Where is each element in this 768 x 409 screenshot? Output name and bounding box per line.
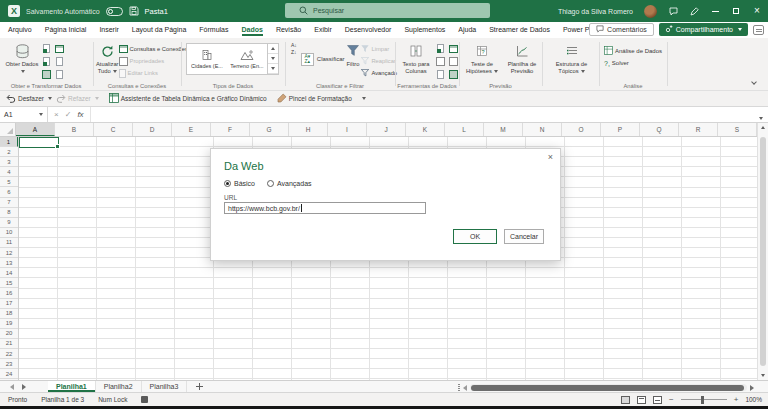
menu-tab-suplementos[interactable]: Suplementos [404, 24, 445, 36]
editing-mode-icon[interactable] [689, 6, 699, 16]
from-text-csv-icon[interactable] [43, 44, 50, 53]
accessibility-icon[interactable] [141, 396, 148, 403]
row-header-13[interactable]: 13 [0, 258, 18, 268]
row-header-9[interactable]: 9 [0, 218, 18, 228]
data-type-cities[interactable]: Cidades (E... [187, 44, 227, 74]
formula-input[interactable] [91, 107, 754, 122]
menu-tab-exibir[interactable]: Exibir [314, 24, 332, 36]
zoom-level[interactable]: 100% [745, 396, 762, 403]
undo-dropdown-icon[interactable] [48, 97, 52, 100]
row-header-8[interactable]: 8 [0, 208, 18, 218]
remove-duplicates-icon[interactable] [436, 57, 445, 66]
column-header-e[interactable]: E [172, 123, 211, 136]
manage-data-model-icon[interactable] [449, 70, 458, 79]
column-header-c[interactable]: C [94, 123, 133, 136]
sheet-tab-planilha2[interactable]: Planilha2 [96, 381, 142, 392]
horizontal-scrollbar-track[interactable] [470, 384, 747, 391]
column-header-i[interactable]: I [328, 123, 367, 136]
row-header-19[interactable]: 19 [0, 319, 18, 329]
column-header-h[interactable]: H [289, 123, 328, 136]
vertical-scrollbar-thumb[interactable] [760, 137, 766, 366]
close-icon[interactable]: × [752, 6, 762, 16]
page-break-view-icon[interactable] [653, 396, 662, 404]
row-header-23[interactable]: 23 [0, 359, 18, 369]
menu-tab-inserir[interactable]: Inserir [99, 24, 118, 36]
menu-tab-arquivo[interactable]: Arquivo [8, 24, 32, 36]
menu-tab-dados[interactable]: Dados [242, 24, 263, 36]
properties-button[interactable]: Propriedades [119, 55, 188, 67]
user-name[interactable]: Thiago da Silva Romero [558, 8, 633, 15]
column-header-f[interactable]: F [211, 123, 250, 136]
what-if-button[interactable]: ? Teste de Hipóteses [462, 41, 502, 81]
forecast-sheet-button[interactable]: Planilha de Previsão [502, 41, 542, 81]
from-picture-icon[interactable] [56, 70, 63, 79]
clear-filter-button[interactable]: Limpar [361, 43, 397, 55]
consolidate-icon[interactable] [449, 45, 458, 53]
row-header-1[interactable]: 1 [0, 137, 18, 147]
scroll-right-icon[interactable] [750, 385, 754, 391]
vertical-scrollbar[interactable] [757, 123, 768, 380]
minimize-icon[interactable] [710, 6, 720, 16]
horizontal-scrollbar[interactable] [458, 384, 754, 392]
sort-button[interactable]: A▾Z▴ Classificar [299, 41, 347, 77]
row-header-12[interactable]: 12 [0, 248, 18, 258]
prev-sheet-icon[interactable] [10, 384, 14, 390]
scroll-down-icon[interactable] [761, 374, 765, 377]
column-header-k[interactable]: K [406, 123, 445, 136]
advanced-radio[interactable]: Avançadas [267, 180, 312, 187]
zoom-out-icon[interactable]: − [669, 396, 674, 404]
ribbon-display-options-icon[interactable] [753, 25, 764, 35]
column-header-p[interactable]: P [601, 123, 640, 136]
row-header-3[interactable]: 3 [0, 157, 18, 167]
flash-fill-icon[interactable] [437, 44, 444, 53]
page-layout-view-icon[interactable] [637, 396, 646, 404]
basic-radio[interactable]: Básico [224, 180, 255, 187]
queries-connections-button[interactable]: Consultas e Conexões [119, 43, 188, 55]
row-header-17[interactable]: 17 [0, 299, 18, 309]
row-header-6[interactable]: 6 [0, 187, 18, 197]
solver-button[interactable]: ?, Solver [604, 57, 668, 69]
data-analysis-button[interactable]: Análise de Dados [604, 45, 668, 57]
text-to-columns-button[interactable]: Texto para Colunas [398, 41, 434, 81]
sheet-tab-planilha3[interactable]: Planilha3 [142, 381, 188, 392]
column-header-s[interactable]: S [718, 123, 757, 136]
qat-overflow-icon[interactable] [362, 97, 366, 100]
row-header-15[interactable]: 15 [0, 278, 18, 288]
outline-button[interactable]: Estrutura de Tópicos [548, 41, 596, 81]
save-icon[interactable] [129, 2, 139, 20]
column-header-j[interactable]: J [367, 123, 406, 136]
menu-tab-desenvolvedor[interactable]: Desenvolvedor [345, 24, 392, 36]
scroll-up-icon[interactable] [761, 126, 765, 129]
autosave-toggle[interactable] [106, 7, 123, 16]
row-header-10[interactable]: 10 [0, 228, 18, 238]
row-header-7[interactable]: 7 [0, 198, 18, 208]
column-header-m[interactable]: M [484, 123, 523, 136]
menu-tab-streamer-de-dados[interactable]: Streamer de Dados [489, 24, 550, 36]
cancel-entry-icon[interactable]: × [54, 110, 59, 119]
url-input[interactable]: https://www.bcb.gov.br/ [224, 202, 426, 214]
comments-button[interactable]: Comentários [589, 23, 654, 36]
format-painter-button[interactable]: Pincel de Formatação [277, 93, 352, 104]
select-all-corner[interactable] [0, 123, 16, 136]
row-header-11[interactable]: 11 [0, 238, 18, 248]
search-box[interactable]: Pesquisar [285, 3, 490, 18]
row-header-24[interactable]: 24 [0, 369, 18, 379]
reapply-filter-button[interactable]: Reaplicar [361, 55, 397, 67]
excel-logo-icon[interactable]: X [8, 5, 20, 17]
menu-tab-f-rmulas[interactable]: Fórmulas [199, 24, 228, 36]
data-validation-icon[interactable] [437, 70, 444, 79]
gallery-scroll-up[interactable] [268, 44, 278, 54]
collapse-ribbon-icon[interactable] [752, 80, 758, 86]
zoom-slider-thumb[interactable] [701, 396, 704, 404]
row-header-4[interactable]: 4 [0, 167, 18, 177]
column-header-l[interactable]: L [445, 123, 484, 136]
menu-tab-revis-o[interactable]: Revisão [276, 24, 301, 36]
filter-button[interactable]: Filtro [347, 41, 360, 81]
gallery-more[interactable] [268, 64, 278, 74]
cancel-button[interactable]: Cancelar [504, 229, 544, 244]
refresh-all-button[interactable]: Atualizar Tudo [96, 41, 119, 81]
normal-view-icon[interactable] [621, 396, 630, 404]
row-header-14[interactable]: 14 [0, 268, 18, 278]
avatar[interactable] [644, 5, 657, 18]
edit-links-button[interactable]: Editar Links [119, 67, 188, 79]
